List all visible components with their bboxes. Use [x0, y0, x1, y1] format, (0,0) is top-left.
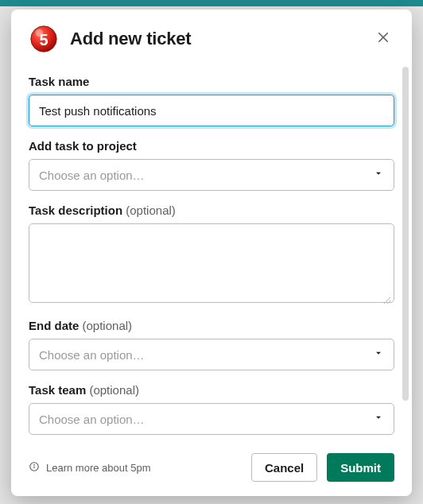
dialog-body-wrap: Task name Add task to project Choose an … — [11, 62, 412, 442]
logo-number: 5 — [39, 31, 48, 48]
task-name-input[interactable] — [29, 95, 394, 126]
dialog-title: Add new ticket — [70, 29, 361, 49]
description-textarea[interactable] — [29, 223, 394, 303]
svg-point-7 — [34, 464, 35, 465]
dialog-body: Task name Add task to project Choose an … — [11, 62, 412, 442]
app-logo-icon: 5 — [29, 24, 59, 54]
close-icon — [376, 30, 390, 48]
project-select[interactable]: Choose an option… — [29, 159, 394, 191]
field-description: Task description (optional) — [29, 204, 394, 306]
dialog-footer: Learn more about 5pm Cancel Submit — [11, 442, 412, 496]
project-label: Add task to project — [29, 139, 394, 153]
chevron-down-icon — [373, 412, 384, 426]
cancel-button-label: Cancel — [265, 461, 304, 475]
team-label: Task team (optional) — [29, 383, 394, 397]
team-label-text: Task team — [29, 383, 86, 397]
field-team: Task team (optional) Choose an option… — [29, 383, 394, 435]
learn-more-link[interactable]: Learn more about 5pm — [29, 461, 242, 475]
chevron-down-icon — [373, 347, 384, 362]
end-date-label: End date (optional) — [29, 319, 394, 332]
field-end-date: End date (optional) Choose an option… — [29, 319, 394, 370]
background-bar — [0, 0, 423, 6]
end-date-select[interactable]: Choose an option… — [29, 339, 394, 370]
team-select-placeholder: Choose an option… — [39, 413, 145, 426]
field-task-name: Task name — [29, 75, 394, 126]
description-label-text: Task description — [29, 204, 122, 217]
end-date-optional: (optional) — [83, 319, 133, 332]
submit-button[interactable]: Submit — [327, 453, 394, 482]
close-button[interactable] — [372, 28, 394, 50]
team-select[interactable]: Choose an option… — [29, 403, 394, 435]
team-optional: (optional) — [89, 383, 139, 397]
end-date-select-placeholder: Choose an option… — [39, 348, 145, 362]
info-icon — [29, 461, 40, 475]
dialog: 5 Add new ticket Task name Add task to p… — [11, 10, 412, 496]
task-name-label: Task name — [29, 75, 394, 88]
learn-more-text: Learn more about 5pm — [46, 462, 151, 474]
description-label: Task description (optional) — [29, 204, 394, 217]
chevron-down-icon — [373, 168, 384, 182]
project-select-placeholder: Choose an option… — [39, 169, 145, 182]
end-date-label-text: End date — [29, 319, 79, 332]
field-project: Add task to project Choose an option… — [29, 139, 394, 191]
cancel-button[interactable]: Cancel — [251, 453, 317, 482]
dialog-header: 5 Add new ticket — [11, 10, 412, 62]
description-optional: (optional) — [126, 204, 176, 217]
submit-button-label: Submit — [340, 461, 381, 475]
